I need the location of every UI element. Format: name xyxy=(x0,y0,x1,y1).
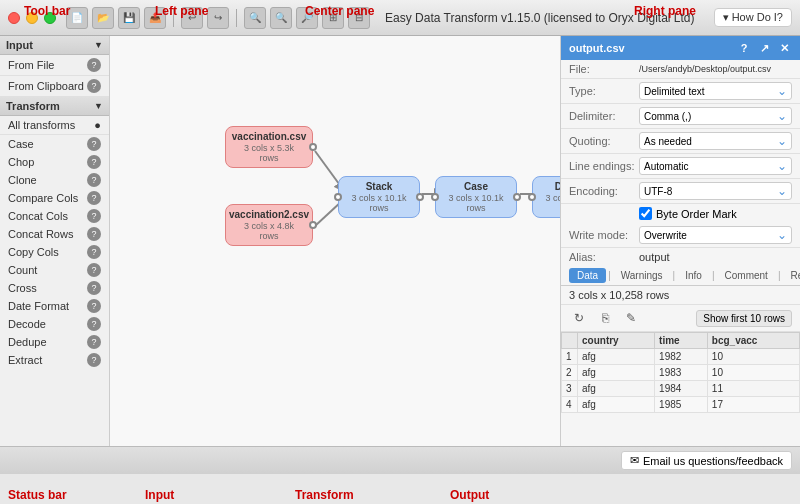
data-tabs: Data | Warnings | Info | Comment | Resul… xyxy=(561,266,800,286)
refresh-icon[interactable]: ↻ xyxy=(569,308,589,328)
toolbar-sep1 xyxy=(173,9,174,27)
export-icon[interactable]: 📤 xyxy=(144,7,166,29)
concat-cols-help-icon[interactable]: ? xyxy=(87,209,101,223)
chop-help-icon[interactable]: ? xyxy=(87,155,101,169)
node-vac2-out xyxy=(309,221,317,229)
undo-icon[interactable]: ↩ xyxy=(181,7,203,29)
transform-decode[interactable]: Decode ? xyxy=(0,315,109,333)
node-dedupe[interactable]: Dedupe 3 cols x 10.1k rows xyxy=(532,176,560,218)
encoding-label: Encoding: xyxy=(569,185,639,197)
concat-rows-help-icon[interactable]: ? xyxy=(87,227,101,241)
transform-count[interactable]: Count ? xyxy=(0,261,109,279)
external-icon[interactable]: ↗ xyxy=(756,40,772,56)
table-row: 2afg198310 xyxy=(562,365,800,381)
from-file-button[interactable]: From File ? xyxy=(0,55,109,76)
tab-comment[interactable]: Comment xyxy=(717,268,776,283)
transform-compare-cols[interactable]: Compare Cols ? xyxy=(0,189,109,207)
center-pane[interactable]: vaccination.csv 3 cols x 5.3k rows vacci… xyxy=(110,36,560,446)
write-mode-value: Overwrite xyxy=(644,230,687,241)
encoding-value: UTF-8 xyxy=(644,186,672,197)
node-case[interactable]: Case 3 cols x 10.1k rows xyxy=(435,176,517,218)
extract-help-icon[interactable]: ? xyxy=(87,353,101,367)
from-file-help-icon[interactable]: ? xyxy=(87,58,101,72)
edit-icon[interactable]: ✎ xyxy=(621,308,641,328)
line-endings-select[interactable]: Automatic ⌄ xyxy=(639,157,792,175)
type-row: Type: Delimited text ⌄ xyxy=(561,79,800,104)
type-select[interactable]: Delimited text ⌄ xyxy=(639,82,792,100)
tab-results[interactable]: Results xyxy=(782,268,800,283)
email-icon: ✉ xyxy=(630,454,639,467)
alias-row: Alias: output xyxy=(561,248,800,266)
transform-cross[interactable]: Cross ? xyxy=(0,279,109,297)
decode-help-icon[interactable]: ? xyxy=(87,317,101,331)
node-vaccination1[interactable]: vaccination.csv 3 cols x 5.3k rows xyxy=(225,126,313,168)
email-feedback-label: Email us questions/feedback xyxy=(643,455,783,467)
quoting-select[interactable]: As needed ⌄ xyxy=(639,132,792,150)
transform-dedupe[interactable]: Dedupe ? xyxy=(0,333,109,351)
clone-help-icon[interactable]: ? xyxy=(87,173,101,187)
from-clipboard-help-icon[interactable]: ? xyxy=(87,79,101,93)
email-feedback-button[interactable]: ✉ Email us questions/feedback xyxy=(621,451,792,470)
open-icon[interactable]: 📂 xyxy=(92,7,114,29)
transform-clone[interactable]: Clone ? xyxy=(0,171,109,189)
close-pane-icon[interactable]: ✕ xyxy=(776,40,792,56)
case-help-icon[interactable]: ? xyxy=(87,137,101,151)
delimiter-select-arrow: ⌄ xyxy=(777,109,787,123)
byte-order-mark-label: Byte Order Mark xyxy=(656,208,737,220)
maximize-button[interactable] xyxy=(44,12,56,24)
from-file-label: From File xyxy=(8,59,54,71)
redo-icon[interactable]: ↪ xyxy=(207,7,229,29)
count-help-icon[interactable]: ? xyxy=(87,263,101,277)
transform-copy-cols[interactable]: Copy Cols ? xyxy=(0,243,109,261)
node-vaccination2[interactable]: vaccination2.csv 3 cols x 4.8k rows xyxy=(225,204,313,246)
show-rows-button[interactable]: Show first 10 rows xyxy=(696,310,792,327)
copy-icon[interactable]: ⎘ xyxy=(595,308,615,328)
write-mode-select[interactable]: Overwrite ⌄ xyxy=(639,226,792,244)
delimiter-value: Comma (,) xyxy=(644,111,691,122)
fit-icon[interactable]: ⊞ xyxy=(322,7,344,29)
type-value: Delimited text xyxy=(644,86,705,97)
save-icon[interactable]: 💾 xyxy=(118,7,140,29)
encoding-select[interactable]: UTF-8 ⌄ xyxy=(639,182,792,200)
byte-order-mark-checkbox[interactable] xyxy=(639,207,652,220)
transform-concat-cols[interactable]: Concat Cols ? xyxy=(0,207,109,225)
new-icon[interactable]: 📄 xyxy=(66,7,88,29)
transforms-badge: ● xyxy=(94,119,101,131)
minimize-button[interactable] xyxy=(26,12,38,24)
date-format-help-icon[interactable]: ? xyxy=(87,299,101,313)
compare-cols-help-icon[interactable]: ? xyxy=(87,191,101,205)
col-time: time xyxy=(655,333,708,349)
grid-icon[interactable]: ⊟ xyxy=(348,7,370,29)
all-transforms-filter[interactable]: All transforms ● xyxy=(0,116,109,135)
help-icon[interactable]: ? xyxy=(736,40,752,56)
from-clipboard-button[interactable]: From Clipboard ? xyxy=(0,76,109,97)
node-stack[interactable]: Stack 3 cols x 10.1k rows xyxy=(338,176,420,218)
table-cell: 17 xyxy=(707,397,799,413)
tab-data[interactable]: Data xyxy=(569,268,606,283)
transform-extract[interactable]: Extract ? xyxy=(0,351,109,369)
tab-info[interactable]: Info xyxy=(677,268,710,283)
delimiter-select[interactable]: Comma (,) ⌄ xyxy=(639,107,792,125)
table-cell: 4 xyxy=(562,397,578,413)
input-chevron-icon: ▼ xyxy=(94,40,103,50)
close-button[interactable] xyxy=(8,12,20,24)
write-mode-row: Write mode: Overwrite ⌄ xyxy=(561,223,800,248)
table-row: 1afg198210 xyxy=(562,349,800,365)
action-icons-row: ↻ ⎘ ✎ Show first 10 rows xyxy=(561,305,800,332)
node-vac1-out xyxy=(309,143,317,151)
how-do-i-button[interactable]: ▾ How Do I? xyxy=(714,8,792,27)
transform-date-format[interactable]: Date Format ? xyxy=(0,297,109,315)
toolbar-sep2 xyxy=(236,9,237,27)
dedupe-help-icon[interactable]: ? xyxy=(87,335,101,349)
zoom-out-icon[interactable]: 🔍 xyxy=(270,7,292,29)
transform-concat-rows[interactable]: Concat Rows ? xyxy=(0,225,109,243)
transform-case[interactable]: Case ? xyxy=(0,135,109,153)
copy-cols-help-icon[interactable]: ? xyxy=(87,245,101,259)
app-title: Easy Data Transform v1.15.0 (licensed to… xyxy=(370,11,710,25)
zoom-in-icon[interactable]: 🔎 xyxy=(296,7,318,29)
table-body: 1afg1982102afg1983103afg1984114afg198517 xyxy=(562,349,800,413)
search-icon[interactable]: 🔍 xyxy=(244,7,266,29)
cross-help-icon[interactable]: ? xyxy=(87,281,101,295)
tab-warnings[interactable]: Warnings xyxy=(613,268,671,283)
transform-chop[interactable]: Chop ? xyxy=(0,153,109,171)
